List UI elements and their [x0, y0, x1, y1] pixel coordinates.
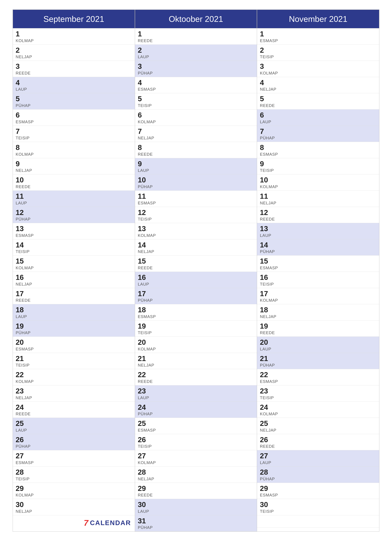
day-number: 9	[138, 160, 254, 168]
brand-logo: 7CALENDAR	[84, 518, 131, 528]
day-row: 19PÜHAP	[13, 321, 135, 337]
day-number: 2	[260, 46, 376, 54]
day-row: 7NELJAP	[135, 126, 257, 142]
day-number: 6	[260, 111, 376, 119]
day-name: PÜHAP	[138, 525, 254, 530]
day-name: REEDE	[16, 71, 132, 76]
day-row: 22ESMASP	[257, 369, 379, 385]
day-name: ESMASP	[138, 201, 254, 205]
day-name: PÜHAP	[16, 103, 132, 108]
day-name: NELJAP	[16, 509, 132, 514]
day-name: ESMASP	[16, 347, 132, 351]
day-row: 19TEISIP	[135, 321, 257, 337]
day-row: 22REEDE	[135, 369, 257, 385]
day-number: 30	[138, 501, 254, 509]
day-row: 16TEISIP	[257, 272, 379, 288]
day-row: 3KOLMAP	[257, 61, 379, 77]
day-row: 13LAUP	[257, 223, 379, 239]
day-row: 16LAUP	[135, 272, 257, 288]
day-number: 5	[138, 95, 254, 103]
empty-row	[257, 515, 379, 528]
day-number: 12	[260, 209, 376, 217]
day-name: LAUP	[16, 87, 132, 92]
day-name: LAUP	[138, 509, 254, 514]
day-number: 22	[260, 371, 376, 379]
day-name: ESMASP	[260, 265, 376, 270]
day-row: 7TEISIP	[13, 126, 135, 142]
day-name: TEISIP	[16, 249, 132, 254]
day-name: REEDE	[16, 184, 132, 189]
day-number: 20	[16, 338, 132, 346]
day-name: ESMASP	[16, 460, 132, 465]
day-name: TEISIP	[138, 330, 254, 335]
day-number: 29	[260, 484, 376, 492]
day-name: ESMASP	[16, 119, 132, 124]
day-name: NELJAP	[138, 363, 254, 368]
day-row: 12TEISIP	[135, 207, 257, 223]
day-row: 8ESMASP	[257, 142, 379, 158]
day-number: 30	[260, 501, 376, 509]
day-row: 21TEISIP	[13, 353, 135, 369]
day-number: 3	[16, 62, 132, 70]
day-number: 8	[260, 144, 376, 152]
day-name: ESMASP	[16, 233, 132, 238]
day-row: 18ESMASP	[135, 304, 257, 321]
day-name: REEDE	[260, 103, 376, 108]
day-name: TEISIP	[16, 136, 132, 140]
day-row: 29ESMASP	[257, 483, 379, 499]
day-number: 1	[16, 30, 132, 38]
day-name: REEDE	[138, 379, 254, 384]
day-number: 13	[138, 225, 254, 233]
day-row: 27LAUP	[257, 450, 379, 467]
day-number: 19	[16, 322, 132, 330]
day-row: 14PÜHAP	[257, 239, 379, 256]
day-number: 30	[16, 501, 132, 509]
day-row: 24PÜHAP	[135, 402, 257, 418]
day-number: 27	[138, 452, 254, 460]
day-name: ESMASP	[260, 38, 376, 43]
day-number: 4	[138, 79, 254, 87]
day-row: 20LAUP	[257, 337, 379, 353]
day-row: 28NELJAP	[135, 467, 257, 483]
day-number: 20	[260, 338, 376, 346]
day-number: 15	[16, 257, 132, 265]
day-row: 11LAUP	[13, 191, 135, 207]
day-row: 19REEDE	[257, 321, 379, 337]
day-number: 11	[138, 192, 254, 200]
day-number: 19	[138, 322, 254, 330]
day-number: 7	[16, 127, 132, 135]
day-row: 18NELJAP	[257, 304, 379, 321]
month-column-2: November 20211ESMASP2TEISIP3KOLMAP4NELJA…	[257, 10, 379, 531]
day-number: 25	[16, 419, 132, 427]
day-number: 9	[260, 160, 376, 168]
day-row: 13KOLMAP	[135, 223, 257, 239]
day-number: 22	[138, 371, 254, 379]
day-row: 8KOLMAP	[13, 142, 135, 158]
day-name: PÜHAP	[138, 411, 254, 416]
day-row: 25NELJAP	[257, 418, 379, 434]
month-column-0: September 20211KOLMAP2NELJAP3REEDE4LAUP5…	[13, 10, 135, 531]
day-number: 21	[16, 355, 132, 363]
day-number: 28	[138, 468, 254, 476]
day-name: LAUP	[260, 347, 376, 351]
day-number: 11	[16, 192, 132, 200]
day-name: PÜHAP	[138, 71, 254, 76]
day-number: 12	[138, 209, 254, 217]
day-number: 4	[16, 79, 132, 87]
day-number: 8	[138, 144, 254, 152]
day-row: 24KOLMAP	[257, 402, 379, 418]
day-name: REEDE	[138, 38, 254, 43]
day-number: 28	[16, 468, 132, 476]
day-name: TEISIP	[260, 509, 376, 514]
day-row: 30TEISIP	[257, 499, 379, 515]
month-header-1: Oktoober 2021	[135, 10, 257, 28]
day-number: 23	[16, 387, 132, 395]
day-row: 6LAUP	[257, 110, 379, 126]
day-row: 6KOLMAP	[135, 110, 257, 126]
day-number: 25	[260, 419, 376, 427]
day-row: 17REEDE	[13, 288, 135, 304]
day-row: 21PÜHAP	[257, 353, 379, 369]
day-number: 17	[260, 290, 376, 298]
day-number: 10	[260, 176, 376, 184]
day-name: KOLMAP	[138, 233, 254, 238]
